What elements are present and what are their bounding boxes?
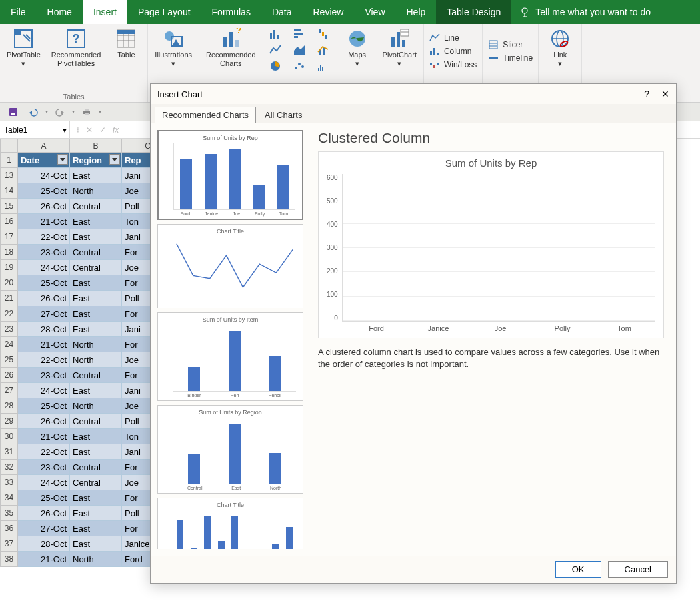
cell[interactable]: 26-Oct [18, 199, 70, 214]
chart-thumbnail[interactable]: Sum of Units by RegionCentralEastNorth [157, 405, 303, 494]
ribbon-tab-home[interactable]: Home [37, 0, 83, 24]
row-header[interactable]: 23 [1, 322, 18, 337]
row-header[interactable]: 1 [1, 153, 18, 168]
cell[interactable]: 23-Oct [18, 460, 70, 475]
row-header[interactable]: 25 [1, 352, 18, 368]
row-header[interactable]: 32 [1, 460, 18, 475]
sparkline-winloss-button[interactable]: Win/Loss [429, 59, 477, 70]
cell[interactable]: 28-Oct [18, 536, 70, 552]
ribbon-tab-table-design[interactable]: Table Design [436, 0, 511, 24]
maps-button[interactable]: Maps▾ [341, 27, 373, 69]
name-box-dropdown-icon[interactable]: ▾ [63, 125, 67, 135]
pivot-chart-button[interactable]: PivotChart▾ [381, 27, 418, 69]
cell[interactable]: 22-Oct [18, 352, 70, 368]
cell[interactable]: 27-Oct [18, 306, 70, 322]
pivot-table-button[interactable]: PivotTable▾ [5, 27, 42, 69]
table-header-cell[interactable]: Region [70, 153, 122, 168]
cell[interactable]: Central [70, 199, 122, 214]
table-header-cell[interactable]: Date [18, 153, 70, 168]
cell[interactable]: East [70, 322, 122, 337]
column-header[interactable]: A [18, 139, 70, 153]
cell[interactable]: 21-Oct [18, 429, 70, 444]
cell[interactable]: 24-Oct [18, 168, 70, 183]
row-header[interactable]: 29 [1, 414, 18, 429]
cell[interactable]: North [70, 552, 122, 567]
cell[interactable]: 26-Oct [18, 414, 70, 429]
cell[interactable]: East [70, 229, 122, 245]
table-button[interactable]: Table [110, 27, 142, 61]
row-header[interactable]: 31 [1, 444, 18, 460]
cell[interactable]: East [70, 444, 122, 460]
cell[interactable]: 27-Oct [18, 521, 70, 536]
cell[interactable]: East [70, 306, 122, 322]
formula-confirm-icon[interactable]: ✓ [99, 125, 106, 135]
chart-area-icon[interactable] [289, 43, 309, 57]
cell[interactable]: 24-Oct [18, 475, 70, 490]
chart-waterfall-icon[interactable] [313, 27, 333, 41]
cell[interactable]: East [70, 168, 122, 183]
row-header[interactable]: 19 [1, 260, 18, 275]
cell[interactable]: North [70, 183, 122, 199]
cell[interactable]: 25-Oct [18, 398, 70, 414]
cell[interactable]: East [70, 536, 122, 552]
cell[interactable]: 25-Oct [18, 183, 70, 199]
ribbon-tab-help[interactable]: Help [396, 0, 437, 24]
cell[interactable]: East [70, 383, 122, 398]
cell[interactable]: North [70, 337, 122, 352]
cell[interactable]: 21-Oct [18, 337, 70, 352]
dialog-tab-all-charts[interactable]: All Charts [257, 107, 309, 123]
link-button[interactable]: Link▾ [544, 27, 576, 69]
name-box[interactable]: Table1 ▾ [0, 121, 70, 138]
row-header[interactable]: 34 [1, 490, 18, 506]
undo-button[interactable] [25, 105, 41, 119]
row-header[interactable]: 33 [1, 475, 18, 490]
row-header[interactable]: 15 [1, 199, 18, 214]
row-header[interactable]: 27 [1, 383, 18, 398]
row-header[interactable]: 35 [1, 506, 18, 521]
cell[interactable]: 26-Oct [18, 291, 70, 306]
cell[interactable]: North [70, 398, 122, 414]
cell[interactable]: 21-Oct [18, 552, 70, 567]
row-header[interactable]: 28 [1, 398, 18, 414]
row-header[interactable]: 26 [1, 368, 18, 383]
chart-scatter-icon[interactable] [289, 59, 309, 73]
ribbon-tab-review[interactable]: Review [303, 0, 355, 24]
row-header[interactable]: 36 [1, 521, 18, 536]
row-header[interactable]: 18 [1, 245, 18, 260]
cell[interactable]: 22-Oct [18, 444, 70, 460]
cell[interactable]: Central [70, 460, 122, 475]
cell[interactable]: 23-Oct [18, 245, 70, 260]
cell[interactable]: 25-Oct [18, 490, 70, 506]
cell[interactable]: 21-Oct [18, 214, 70, 229]
ribbon-tab-formulas[interactable]: Formulas [201, 0, 261, 24]
formula-dropdown-icon[interactable]: ⁝ [77, 125, 79, 135]
chart-line-icon[interactable] [265, 43, 285, 57]
cell[interactable]: East [70, 429, 122, 444]
cell[interactable]: East [70, 506, 122, 521]
ribbon-tab-file[interactable]: File [0, 0, 37, 24]
row-header[interactable]: 16 [1, 214, 18, 229]
chart-thumbnail[interactable]: Chart Title [157, 224, 303, 308]
column-header[interactable]: B [70, 139, 122, 153]
cell[interactable]: 24-Oct [18, 260, 70, 275]
timeline-button[interactable]: Timeline [488, 53, 533, 63]
row-header[interactable]: 13 [1, 168, 18, 183]
filter-dropdown-icon[interactable] [57, 154, 68, 165]
chart-thumbnail[interactable]: Chart Title [157, 498, 303, 549]
row-header[interactable]: 20 [1, 275, 18, 291]
ribbon-tab-page-layout[interactable]: Page Layout [127, 0, 201, 24]
recommended-pivot-button[interactable]: ? Recommended PivotTables [50, 27, 103, 69]
chart-more-icon[interactable] [313, 59, 333, 73]
row-header[interactable]: 24 [1, 337, 18, 352]
cell[interactable]: East [70, 521, 122, 536]
dialog-tab-recommended-charts[interactable]: Recommended Charts [155, 107, 256, 123]
formula-fx-icon[interactable]: fx [113, 125, 119, 135]
ribbon-tab-view[interactable]: View [354, 0, 395, 24]
row-header[interactable]: 21 [1, 291, 18, 306]
tell-me-search[interactable]: Tell me what you want to do [511, 0, 700, 24]
cell[interactable]: 22-Oct [18, 229, 70, 245]
cell[interactable]: 24-Oct [18, 383, 70, 398]
cell[interactable]: Central [70, 368, 122, 383]
cell[interactable]: East [70, 291, 122, 306]
chart-thumbnail[interactable]: Sum of Units by ItemBinderPenPencil [157, 312, 303, 401]
